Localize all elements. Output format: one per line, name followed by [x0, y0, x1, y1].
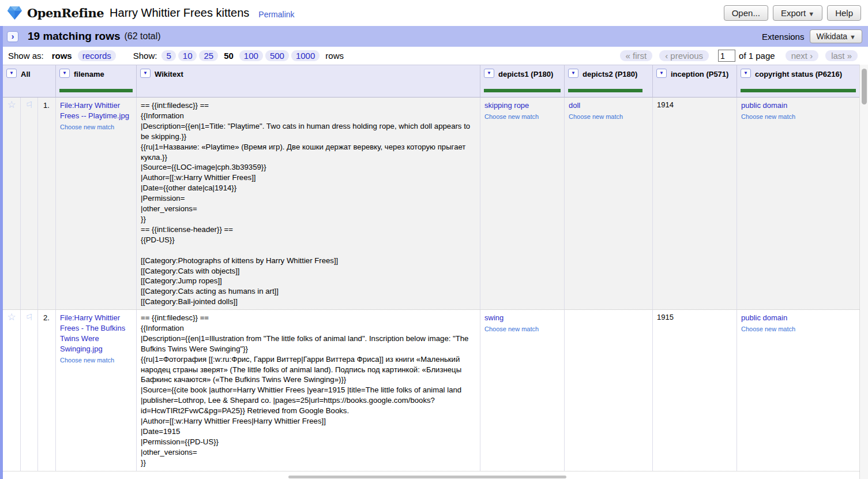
- copyright-status-cell: public domain Choose new match: [737, 310, 859, 471]
- show-label: Show:: [133, 51, 157, 61]
- summary-bar: › 19 matching rows (62 total) Extensions…: [0, 26, 868, 47]
- depicts2-cell[interactable]: [565, 310, 653, 471]
- permalink-link[interactable]: Permalink: [258, 10, 294, 19]
- page-count-label: of 1 page: [739, 51, 775, 61]
- column-menu-filename-icon[interactable]: ▼: [59, 69, 70, 78]
- page-size-100[interactable]: 100: [239, 50, 263, 61]
- matching-rows-count: 19 matching rows: [28, 30, 121, 43]
- column-header-wikitext: ▼ Wikitext: [137, 65, 480, 97]
- depicts1-cell: skipping rope Choose new match: [480, 98, 565, 309]
- table-header-row: ▼ All ▼ filename ▼ Wikitext ▼ depicts1 (…: [3, 65, 859, 98]
- topbar-buttons: Open... Export▼ Help: [724, 5, 861, 21]
- caret-down-icon: ▼: [850, 33, 856, 40]
- depicts1-cell: swing Choose new match: [480, 310, 565, 471]
- page-size-10[interactable]: 10: [178, 50, 197, 61]
- project-title: Harry Whittier Frees kittens: [110, 6, 249, 20]
- help-button[interactable]: Help: [827, 5, 861, 21]
- next-page-button[interactable]: next ›: [786, 50, 819, 61]
- collapsed-facet-panel[interactable]: [0, 26, 3, 479]
- vertical-scrollbar[interactable]: [859, 65, 868, 479]
- copyright-status-cell: public domain Choose new match: [737, 98, 859, 309]
- last-page-button[interactable]: last »: [825, 50, 858, 61]
- star-cell: ☆: [3, 310, 21, 471]
- wikitext-cell[interactable]: == {{int:filedesc}} == {{Information |De…: [137, 98, 480, 309]
- choose-new-match-link[interactable]: Choose new match: [484, 113, 560, 121]
- show-as-rows[interactable]: rows: [48, 50, 76, 61]
- export-button[interactable]: Export▼: [773, 5, 822, 21]
- wikitext-cell[interactable]: == {{int:filedesc}} == {{Information |De…: [137, 310, 480, 471]
- show-as-records[interactable]: records: [78, 50, 116, 61]
- copyright-value-link[interactable]: public domain: [741, 101, 787, 110]
- flag-cell: ⚐: [21, 310, 38, 471]
- choose-new-match-link[interactable]: Choose new match: [741, 325, 855, 333]
- data-table: ▼ All ▼ filename ▼ Wikitext ▼ depicts1 (…: [3, 65, 859, 479]
- column-menu-copyright-icon[interactable]: ▼: [741, 69, 751, 78]
- column-header-inception: ▼ inception (P571): [653, 65, 737, 97]
- page-size-suffix: rows: [325, 51, 344, 61]
- first-page-button[interactable]: « first: [620, 50, 653, 61]
- row-index: 2.: [38, 310, 56, 471]
- wikidata-extension-button[interactable]: Wikidata▼: [810, 29, 862, 43]
- inception-cell[interactable]: 1915: [653, 310, 737, 471]
- column-menu-depicts1-icon[interactable]: ▼: [484, 69, 494, 78]
- star-cell: ☆: [3, 98, 21, 309]
- choose-new-match-link[interactable]: Choose new match: [484, 325, 560, 333]
- total-rows-count: (62 total): [125, 31, 161, 42]
- page-number-input[interactable]: [718, 50, 735, 62]
- page-size-500[interactable]: 500: [265, 50, 289, 61]
- page-size-5[interactable]: 5: [161, 50, 175, 61]
- show-as-label: Show as:: [8, 51, 44, 61]
- column-header-depicts2: ▼ depicts2 (P180): [565, 65, 653, 97]
- expand-facet-panel-button[interactable]: ›: [7, 31, 18, 42]
- vertical-scrollbar-thumb[interactable]: [862, 69, 867, 104]
- table-row: ☆ ⚐ 2. File:Harry Whittier Frees - The B…: [3, 310, 859, 471]
- depicts1-value-link[interactable]: swing: [484, 313, 503, 322]
- filename-cell: File:Harry Whittier Frees - The Bufkins …: [56, 310, 137, 471]
- pagination: « first ‹ previous of 1 page next › last…: [613, 50, 861, 62]
- openrefine-window: OpenRefine Harry Whittier Frees kittens …: [0, 0, 868, 479]
- filename-link[interactable]: File:Harry Whittier Frees - The Bufkins …: [60, 313, 125, 353]
- page-size-1000[interactable]: 1000: [291, 50, 320, 61]
- column-header-all: ▼ All: [3, 65, 56, 97]
- horizontal-scrollbar-thumb[interactable]: [288, 476, 566, 478]
- extensions-label: Extensions: [762, 32, 804, 42]
- flag-cell: ⚐: [21, 98, 38, 309]
- choose-new-match-link[interactable]: Choose new match: [741, 113, 855, 121]
- column-header-depicts1: ▼ depicts1 (P180): [480, 65, 565, 97]
- star-icon[interactable]: ☆: [7, 99, 16, 110]
- recon-progress-depicts2: [568, 89, 642, 92]
- depicts2-value-link[interactable]: doll: [569, 101, 580, 110]
- column-header-copyright-status: ▼ copyright status (P6216): [737, 65, 859, 97]
- column-menu-all-icon[interactable]: ▼: [6, 69, 17, 78]
- column-header-filename: ▼ filename: [56, 65, 137, 97]
- depicts2-cell: doll Choose new match: [565, 98, 653, 309]
- recon-progress-filename: [59, 89, 133, 92]
- app-name: OpenRefine: [27, 6, 104, 20]
- choose-new-match-link[interactable]: Choose new match: [60, 123, 132, 131]
- column-menu-inception-icon[interactable]: ▼: [656, 69, 667, 78]
- star-icon[interactable]: ☆: [7, 312, 16, 323]
- column-menu-depicts2-icon[interactable]: ▼: [568, 69, 578, 78]
- previous-page-button[interactable]: ‹ previous: [659, 50, 709, 61]
- table-row: ☆ ⚐ 1. File:Harry Whittier Frees -- Play…: [3, 98, 859, 310]
- column-menu-wikitext-icon[interactable]: ▼: [140, 69, 151, 78]
- caret-down-icon: ▼: [808, 10, 814, 17]
- open-button[interactable]: Open...: [724, 5, 768, 21]
- filename-cell: File:Harry Whittier Frees -- Playtime.jp…: [56, 98, 137, 309]
- openrefine-diamond-icon: [7, 6, 22, 20]
- recon-progress-copyright: [741, 89, 856, 92]
- depicts1-value-link[interactable]: skipping rope: [484, 101, 529, 110]
- flag-icon[interactable]: ⚐: [25, 312, 33, 322]
- flag-icon[interactable]: ⚐: [25, 100, 33, 110]
- copyright-value-link[interactable]: public domain: [741, 313, 787, 322]
- inception-cell[interactable]: 1914: [653, 98, 737, 309]
- row-index: 1.: [38, 98, 56, 309]
- filename-link[interactable]: File:Harry Whittier Frees -- Playtime.jp…: [60, 101, 129, 120]
- page-size-25[interactable]: 25: [199, 50, 218, 61]
- top-bar: OpenRefine Harry Whittier Frees kittens …: [0, 0, 868, 26]
- choose-new-match-link[interactable]: Choose new match: [569, 113, 648, 121]
- recon-progress-depicts1: [484, 89, 561, 92]
- choose-new-match-link[interactable]: Choose new match: [60, 356, 132, 364]
- view-bar: Show as: rows records Show: 5 10 25 50 1…: [0, 47, 868, 65]
- page-size-50-selected[interactable]: 50: [220, 50, 237, 61]
